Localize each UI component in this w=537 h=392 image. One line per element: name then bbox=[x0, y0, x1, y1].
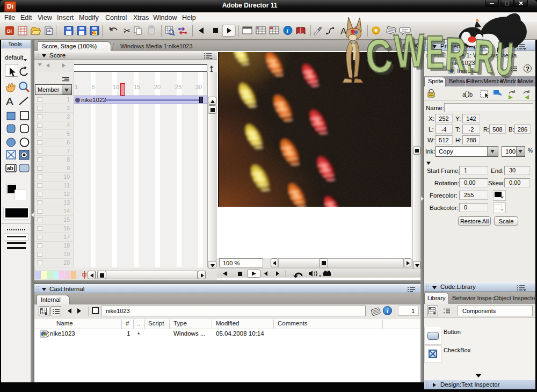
svg-text:A: A bbox=[340, 26, 347, 37]
svg-text:A: A bbox=[6, 95, 13, 107]
svg-text:b: b bbox=[469, 91, 473, 98]
svg-text:✂: ✂ bbox=[124, 26, 130, 35]
svg-text:Di: Di bbox=[7, 28, 12, 34]
svg-text:ab: ab bbox=[7, 165, 13, 171]
